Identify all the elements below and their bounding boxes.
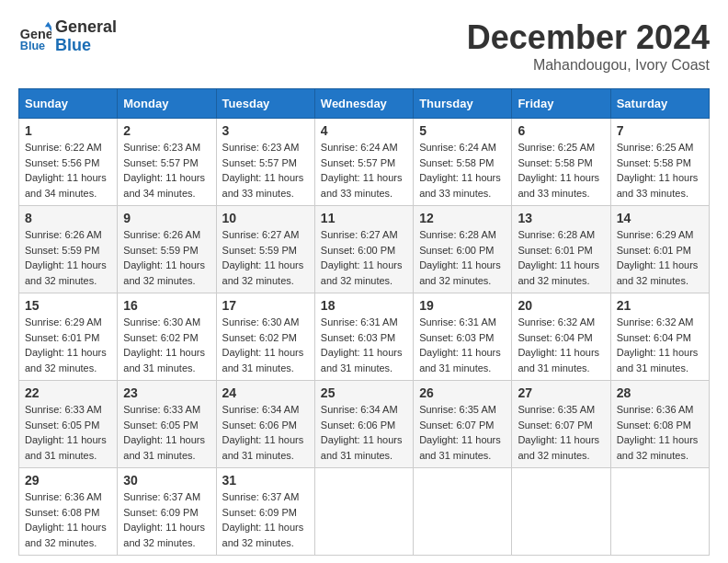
calendar-cell: 15 Sunrise: 6:29 AM Sunset: 6:01 PM Dayl…: [19, 293, 118, 381]
calendar-cell: 12 Sunrise: 6:28 AM Sunset: 6:00 PM Dayl…: [414, 206, 512, 293]
day-info: Sunrise: 6:27 AM Sunset: 6:00 PM Dayligh…: [321, 227, 407, 288]
sunrise-label: Sunrise: 6:37 AM: [123, 491, 200, 502]
day-info: Sunrise: 6:23 AM Sunset: 5:57 PM Dayligh…: [123, 140, 210, 201]
day-info: Sunrise: 6:33 AM Sunset: 6:05 PM Dayligh…: [123, 402, 210, 463]
sunset-label: Sunset: 6:08 PM: [617, 419, 691, 431]
sunset-label: Sunset: 5:59 PM: [25, 245, 99, 256]
day-info: Sunrise: 6:32 AM Sunset: 6:04 PM Dayligh…: [617, 315, 703, 375]
day-number: 24: [222, 385, 309, 400]
sunset-label: Sunset: 6:04 PM: [518, 332, 592, 343]
day-number: 17: [222, 298, 309, 313]
day-number: 1: [25, 123, 111, 138]
sunrise-label: Sunrise: 6:24 AM: [321, 142, 398, 153]
calendar-cell: 1 Sunrise: 6:22 AM Sunset: 5:56 PM Dayli…: [19, 119, 118, 206]
calendar-cell: 14 Sunrise: 6:29 AM Sunset: 6:01 PM Dayl…: [610, 206, 709, 293]
sunrise-label: Sunrise: 6:23 AM: [123, 142, 200, 153]
daylight-label: Daylight: 11 hours and 32 minutes.: [222, 259, 304, 286]
sunrise-label: Sunrise: 6:33 AM: [123, 404, 200, 415]
sunrise-label: Sunrise: 6:32 AM: [518, 316, 595, 327]
day-number: 20: [518, 298, 604, 313]
sunset-label: Sunset: 5:57 PM: [321, 157, 395, 168]
sunrise-label: Sunrise: 6:25 AM: [617, 142, 694, 153]
sunset-label: Sunset: 6:06 PM: [222, 419, 297, 431]
day-info: Sunrise: 6:25 AM Sunset: 5:58 PM Dayligh…: [617, 140, 703, 201]
day-number: 3: [222, 123, 309, 138]
sunrise-label: Sunrise: 6:26 AM: [25, 229, 102, 240]
sunrise-label: Sunrise: 6:25 AM: [518, 142, 595, 153]
calendar-cell: 4 Sunrise: 6:24 AM Sunset: 5:57 PM Dayli…: [314, 119, 413, 206]
day-info: Sunrise: 6:29 AM Sunset: 6:01 PM Dayligh…: [617, 227, 703, 288]
day-info: Sunrise: 6:22 AM Sunset: 5:56 PM Dayligh…: [25, 140, 111, 201]
day-info: Sunrise: 6:27 AM Sunset: 5:59 PM Dayligh…: [222, 227, 309, 288]
calendar-cell: 18 Sunrise: 6:31 AM Sunset: 6:03 PM Dayl…: [314, 293, 413, 381]
sunrise-label: Sunrise: 6:36 AM: [25, 491, 102, 502]
sunset-label: Sunset: 6:00 PM: [321, 245, 395, 256]
sunset-label: Sunset: 6:00 PM: [419, 245, 494, 256]
month-title: December 2024: [467, 18, 710, 57]
daylight-label: Daylight: 11 hours and 32 minutes.: [123, 522, 205, 548]
calendar-table: SundayMondayTuesdayWednesdayThursdayFrid…: [18, 88, 710, 556]
sunrise-label: Sunrise: 6:35 AM: [419, 404, 496, 415]
weekday-header-monday: Monday: [118, 89, 216, 119]
sunrise-label: Sunrise: 6:29 AM: [617, 229, 694, 240]
sunset-label: Sunset: 6:01 PM: [518, 245, 592, 256]
calendar-cell: 24 Sunrise: 6:34 AM Sunset: 6:06 PM Dayl…: [216, 381, 314, 468]
calendar-cell: 21 Sunrise: 6:32 AM Sunset: 6:04 PM Dayl…: [610, 293, 709, 381]
calendar-cell: 2 Sunrise: 6:23 AM Sunset: 5:57 PM Dayli…: [118, 119, 216, 206]
calendar-cell: 5 Sunrise: 6:24 AM Sunset: 5:58 PM Dayli…: [414, 119, 512, 206]
day-number: 31: [222, 473, 309, 488]
sunset-label: Sunset: 6:09 PM: [123, 507, 198, 518]
sunset-label: Sunset: 6:01 PM: [25, 332, 99, 343]
sunset-label: Sunset: 6:05 PM: [25, 419, 99, 431]
day-info: Sunrise: 6:30 AM Sunset: 6:02 PM Dayligh…: [123, 315, 210, 375]
sunset-label: Sunset: 5:57 PM: [123, 157, 198, 168]
day-info: Sunrise: 6:37 AM Sunset: 6:09 PM Dayligh…: [222, 489, 309, 550]
day-info: Sunrise: 6:25 AM Sunset: 5:58 PM Dayligh…: [518, 140, 604, 201]
daylight-label: Daylight: 11 hours and 34 minutes.: [123, 172, 205, 199]
calendar-cell: 29 Sunrise: 6:36 AM Sunset: 6:08 PM Dayl…: [19, 468, 118, 556]
daylight-label: Daylight: 11 hours and 33 minutes.: [222, 172, 304, 199]
day-info: Sunrise: 6:36 AM Sunset: 6:08 PM Dayligh…: [617, 402, 703, 463]
daylight-label: Daylight: 11 hours and 31 minutes.: [123, 434, 205, 461]
weekday-header-friday: Friday: [512, 89, 610, 119]
day-number: 2: [123, 123, 210, 138]
calendar-cell: 23 Sunrise: 6:33 AM Sunset: 6:05 PM Dayl…: [118, 381, 216, 468]
daylight-label: Daylight: 11 hours and 32 minutes.: [518, 259, 599, 286]
calendar-cell: 11 Sunrise: 6:27 AM Sunset: 6:00 PM Dayl…: [314, 206, 413, 293]
day-number: 6: [518, 123, 604, 138]
sunrise-label: Sunrise: 6:35 AM: [518, 404, 595, 415]
day-info: Sunrise: 6:37 AM Sunset: 6:09 PM Dayligh…: [123, 489, 210, 550]
sunrise-label: Sunrise: 6:28 AM: [419, 229, 496, 240]
day-number: 29: [25, 473, 111, 488]
sunrise-label: Sunrise: 6:37 AM: [222, 491, 300, 502]
weekday-header-wednesday: Wednesday: [314, 89, 413, 119]
sunset-label: Sunset: 5:58 PM: [518, 157, 592, 168]
calendar-cell: 6 Sunrise: 6:25 AM Sunset: 5:58 PM Dayli…: [512, 119, 610, 206]
sunset-label: Sunset: 6:06 PM: [321, 419, 395, 431]
sunrise-label: Sunrise: 6:28 AM: [518, 229, 595, 240]
svg-text:Blue: Blue: [20, 40, 45, 52]
page-header: General Blue General Blue December 2024 …: [18, 18, 710, 74]
calendar-cell: [512, 468, 610, 556]
calendar-cell: 20 Sunrise: 6:32 AM Sunset: 6:04 PM Dayl…: [512, 293, 610, 381]
daylight-label: Daylight: 11 hours and 32 minutes.: [321, 259, 403, 286]
daylight-label: Daylight: 11 hours and 33 minutes.: [419, 172, 501, 199]
calendar-cell: 10 Sunrise: 6:27 AM Sunset: 5:59 PM Dayl…: [216, 206, 314, 293]
day-info: Sunrise: 6:32 AM Sunset: 6:04 PM Dayligh…: [518, 315, 604, 375]
day-number: 28: [617, 385, 703, 400]
calendar-cell: 7 Sunrise: 6:25 AM Sunset: 5:58 PM Dayli…: [610, 119, 709, 206]
calendar-cell: [314, 468, 413, 556]
daylight-label: Daylight: 11 hours and 31 minutes.: [25, 434, 107, 461]
day-number: 23: [123, 385, 210, 400]
sunrise-label: Sunrise: 6:32 AM: [617, 316, 694, 327]
daylight-label: Daylight: 11 hours and 33 minutes.: [321, 172, 403, 199]
sunset-label: Sunset: 6:04 PM: [617, 332, 691, 343]
sunrise-label: Sunrise: 6:26 AM: [123, 229, 200, 240]
day-number: 5: [419, 123, 506, 138]
calendar-header-row: SundayMondayTuesdayWednesdayThursdayFrid…: [19, 89, 710, 119]
calendar-cell: 9 Sunrise: 6:26 AM Sunset: 5:59 PM Dayli…: [118, 206, 216, 293]
sunrise-label: Sunrise: 6:31 AM: [321, 316, 398, 327]
day-info: Sunrise: 6:31 AM Sunset: 6:03 PM Dayligh…: [419, 315, 506, 375]
calendar-cell: 30 Sunrise: 6:37 AM Sunset: 6:09 PM Dayl…: [118, 468, 216, 556]
calendar-cell: 19 Sunrise: 6:31 AM Sunset: 6:03 PM Dayl…: [414, 293, 512, 381]
